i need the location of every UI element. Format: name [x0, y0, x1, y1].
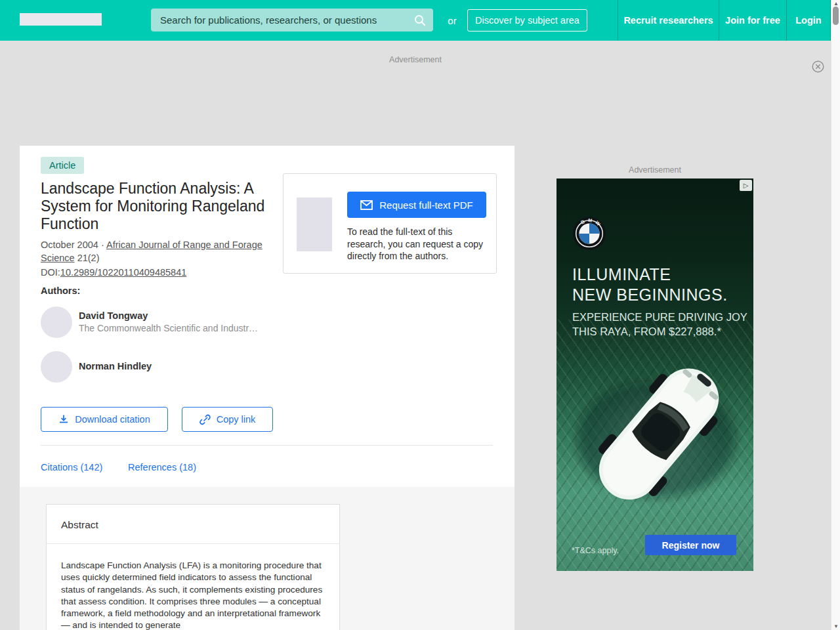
- top-advertisement-label: Advertisement: [0, 55, 831, 64]
- site-header: or Discover by subject area Recruit rese…: [0, 0, 840, 41]
- car-image: [560, 341, 750, 522]
- download-icon: [58, 414, 69, 425]
- publication-meta: October 2004 · African Journal of Range …: [41, 238, 265, 264]
- publication-date: October 2004: [41, 240, 98, 250]
- ad-subline-line2: THIS RAYA, FROM $227,888.*: [572, 324, 747, 339]
- authors-label: Authors:: [41, 285, 80, 296]
- copy-link-label: Copy link: [217, 414, 256, 425]
- meta-separator: ·: [101, 240, 104, 250]
- author-name[interactable]: Norman Hindley: [79, 361, 152, 371]
- divider: [41, 445, 493, 446]
- tab-citations[interactable]: Citations (142): [41, 462, 102, 472]
- search-bar[interactable]: [151, 9, 433, 32]
- register-now-button[interactable]: Register now: [645, 535, 736, 555]
- scrollbar-thumb[interactable]: [833, 7, 839, 25]
- nav-login[interactable]: Login: [786, 0, 831, 41]
- request-fulltext-button[interactable]: Request full-text PDF: [347, 192, 486, 218]
- mail-icon: [360, 200, 373, 210]
- copy-link-button[interactable]: Copy link: [182, 407, 273, 432]
- divider: [47, 543, 339, 544]
- article-type-badge: Article: [41, 157, 84, 174]
- bmw-logo-icon: BMW: [572, 217, 606, 251]
- close-icon[interactable]: [812, 60, 824, 73]
- ad-headline: ILLUMINATE NEW BEGINNINGS.: [572, 264, 728, 305]
- tab-references[interactable]: References (18): [128, 462, 196, 472]
- nav-join-for-free[interactable]: Join for free: [719, 0, 786, 41]
- search-icon[interactable]: [407, 9, 433, 32]
- request-fulltext-box: Request full-text PDF To read the full-t…: [283, 173, 497, 274]
- download-citation-label: Download citation: [75, 414, 150, 425]
- scroll-up-icon[interactable]: ▲: [831, 1, 840, 7]
- side-advertisement-label: Advertisement: [556, 165, 753, 175]
- adchoices-glyph: ▷: [744, 182, 749, 189]
- discover-by-subject-button[interactable]: Discover by subject area: [467, 9, 587, 32]
- abstract-heading: Abstract: [61, 519, 98, 531]
- ad-subline-line1: EXPERIENCE PURE DRIVING JOY: [572, 310, 747, 324]
- or-label: or: [441, 0, 463, 41]
- author-row: Norman Hindley: [41, 351, 316, 384]
- abstract-card: Abstract Landscape Function Analysis (LF…: [46, 504, 340, 630]
- ad-subline: EXPERIENCE PURE DRIVING JOY THIS RAYA, F…: [572, 310, 747, 339]
- avatar[interactable]: [41, 351, 72, 383]
- journal-issue: 21(2): [77, 253, 100, 263]
- author-affiliation: The Commonwealth Scientific and Industr…: [79, 323, 258, 333]
- search-input[interactable]: [151, 9, 407, 32]
- adchoices-icon[interactable]: ▷: [740, 180, 752, 191]
- download-citation-button[interactable]: Download citation: [41, 407, 168, 432]
- scrollbar[interactable]: ▲ ▼: [831, 0, 840, 630]
- nav-recruit-researchers[interactable]: Recruit researchers: [618, 0, 719, 41]
- site-logo[interactable]: [20, 13, 102, 26]
- document-thumbnail: [297, 198, 332, 251]
- doi-row: DOI:10.2989/10220110409485841: [41, 267, 303, 278]
- request-description: To read the full-text of this research, …: [347, 226, 486, 262]
- avatar[interactable]: [41, 306, 72, 338]
- doi-label: DOI:: [41, 267, 60, 278]
- abstract-text: Landscape Function Analysis (LFA) is a m…: [61, 560, 329, 630]
- ad-headline-line1: ILLUMINATE: [572, 264, 728, 285]
- doi-link[interactable]: 10.2989/10220110409485841: [60, 267, 186, 278]
- bmw-ad-banner[interactable]: ▷ BMW ILLUMINATE NEW BEGINNINGS. EXPERIE…: [556, 178, 753, 571]
- author-row: David Tongway The Commonwealth Scientifi…: [41, 306, 316, 339]
- ad-headline-line2: NEW BEGINNINGS.: [572, 285, 728, 305]
- author-name[interactable]: David Tongway: [79, 310, 148, 321]
- ad-terms: *T&Cs apply.: [572, 546, 619, 555]
- request-fulltext-label: Request full-text PDF: [379, 200, 473, 211]
- link-icon: [200, 414, 211, 425]
- page-title: Landscape Function Analysis: A System fo…: [41, 180, 272, 233]
- header-nav: Recruit researchers Join for free Login: [618, 0, 831, 41]
- scroll-down-icon[interactable]: ▼: [831, 623, 840, 629]
